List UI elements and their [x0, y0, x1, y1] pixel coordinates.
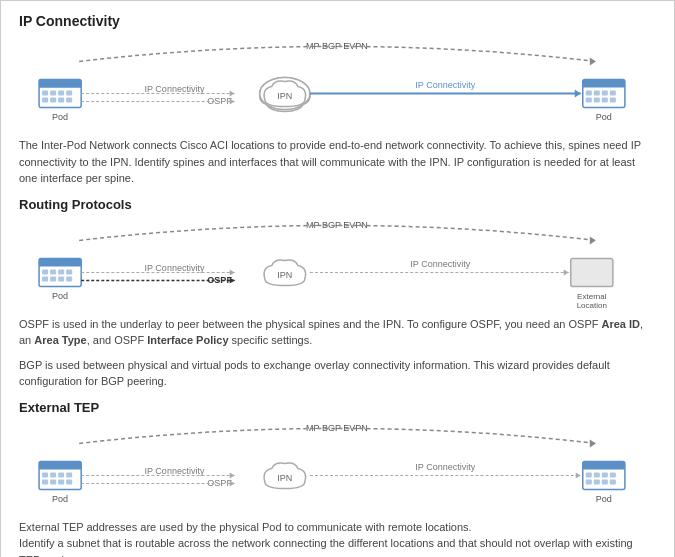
svg-text:Location: Location	[577, 300, 607, 307]
svg-rect-73	[66, 472, 72, 477]
svg-marker-84	[230, 480, 235, 486]
svg-rect-30	[583, 79, 625, 87]
svg-marker-27	[575, 90, 581, 98]
svg-text:OSPF: OSPF	[207, 274, 232, 284]
svg-text:IPN: IPN	[277, 269, 292, 279]
svg-rect-7	[58, 91, 64, 96]
svg-rect-5	[42, 91, 48, 96]
svg-rect-34	[610, 91, 616, 96]
svg-rect-75	[50, 479, 56, 484]
svg-text:MP BGP EVPN: MP BGP EVPN	[306, 41, 368, 51]
svg-marker-61	[564, 269, 569, 275]
svg-rect-38	[610, 98, 616, 103]
svg-rect-46	[58, 269, 64, 274]
svg-rect-43	[39, 258, 81, 266]
routing-protocols-description-1: OSPF is used in the underlay to peer bet…	[19, 316, 656, 349]
svg-text:OSPF: OSPF	[207, 477, 232, 487]
svg-rect-10	[50, 98, 56, 103]
svg-text:IPN: IPN	[277, 472, 292, 482]
svg-rect-36	[594, 98, 600, 103]
routing-protocols-diagram: MP BGP EVPN Pod IP Connectivity OSPF	[19, 218, 656, 308]
ip-connectivity-diagram: MP BGP EVPN Pod IP Connectivity	[19, 39, 656, 129]
svg-marker-87	[576, 472, 581, 478]
svg-rect-74	[42, 479, 48, 484]
svg-text:OSPF: OSPF	[207, 96, 232, 106]
svg-text:IP Connectivity: IP Connectivity	[145, 262, 205, 272]
svg-text:Pod: Pod	[52, 290, 68, 300]
svg-rect-37	[602, 98, 608, 103]
svg-rect-70	[42, 472, 48, 477]
ip-connectivity-description: The Inter-Pod Network connects Cisco ACI…	[19, 137, 656, 187]
svg-rect-94	[610, 472, 616, 477]
svg-text:Pod: Pod	[596, 493, 612, 503]
svg-rect-69	[39, 461, 81, 469]
svg-rect-6	[50, 91, 56, 96]
svg-rect-72	[58, 472, 64, 477]
svg-rect-71	[50, 472, 56, 477]
svg-text:MP BGP EVPN: MP BGP EVPN	[306, 220, 368, 230]
svg-text:External: External	[577, 291, 607, 300]
routing-protocols-description-2: BGP is used between physical and virtual…	[19, 357, 656, 390]
page-title: IP Connectivity	[19, 13, 656, 29]
page-container: IP Connectivity MP BGP EVPN Pod IP Conne…	[0, 0, 675, 557]
svg-rect-91	[586, 472, 592, 477]
svg-rect-51	[66, 276, 72, 281]
external-tep-diagram: MP BGP EVPN Pod IP Connectivity OSPF	[19, 421, 656, 511]
routing-protocols-title: Routing Protocols	[19, 197, 656, 212]
svg-rect-92	[594, 472, 600, 477]
svg-rect-12	[66, 98, 72, 103]
svg-marker-19	[230, 99, 235, 105]
svg-rect-3	[39, 79, 81, 87]
svg-rect-35	[586, 98, 592, 103]
external-tep-title: External TEP	[19, 400, 656, 415]
svg-text:Pod: Pod	[596, 112, 612, 122]
svg-marker-58	[230, 277, 235, 283]
svg-marker-67	[590, 439, 596, 447]
svg-rect-45	[50, 269, 56, 274]
svg-text:MP BGP EVPN: MP BGP EVPN	[306, 423, 368, 433]
svg-rect-96	[594, 479, 600, 484]
svg-rect-50	[58, 276, 64, 281]
external-tep-description: External TEP addresses are used by the p…	[19, 519, 656, 558]
svg-text:IP Connectivity: IP Connectivity	[410, 258, 470, 268]
svg-rect-76	[58, 479, 64, 484]
svg-rect-48	[42, 276, 48, 281]
svg-marker-41	[590, 236, 596, 244]
svg-text:IPN: IPN	[277, 91, 292, 101]
svg-rect-44	[42, 269, 48, 274]
svg-rect-9	[42, 98, 48, 103]
svg-rect-8	[66, 91, 72, 96]
svg-marker-1	[590, 57, 596, 65]
svg-rect-31	[586, 91, 592, 96]
svg-rect-93	[602, 472, 608, 477]
svg-rect-32	[594, 91, 600, 96]
svg-rect-63	[571, 258, 613, 286]
svg-rect-47	[66, 269, 72, 274]
svg-rect-49	[50, 276, 56, 281]
svg-text:IP Connectivity: IP Connectivity	[145, 84, 205, 94]
svg-rect-98	[610, 479, 616, 484]
svg-text:IP Connectivity: IP Connectivity	[145, 465, 205, 475]
svg-text:IP Connectivity: IP Connectivity	[415, 461, 475, 471]
svg-rect-90	[583, 461, 625, 469]
svg-text:IP Connectivity: IP Connectivity	[415, 80, 475, 90]
svg-rect-77	[66, 479, 72, 484]
svg-text:Pod: Pod	[52, 112, 68, 122]
svg-rect-95	[586, 479, 592, 484]
svg-rect-97	[602, 479, 608, 484]
svg-rect-33	[602, 91, 608, 96]
svg-rect-11	[58, 98, 64, 103]
svg-text:Pod: Pod	[52, 493, 68, 503]
